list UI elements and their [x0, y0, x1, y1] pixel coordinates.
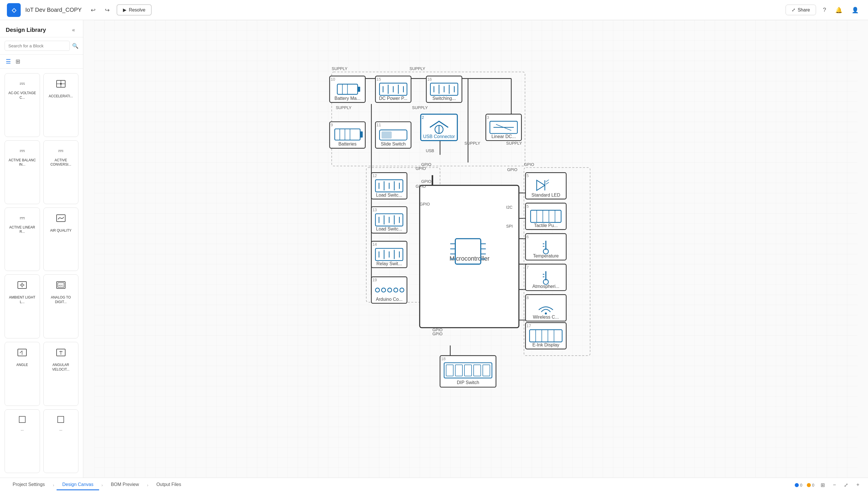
tab-project-settings[interactable]: Project Settings — [7, 479, 51, 490]
block-angle[interactable]: ANGLE — [5, 342, 40, 406]
comp-15[interactable]: 15 DC Power P... — [375, 76, 411, 102]
svg-point-3 — [60, 83, 62, 85]
svg-text:ADC: ADC — [58, 284, 63, 287]
svg-text:I2C: I2C — [506, 205, 512, 210]
svg-rect-85 — [360, 131, 363, 138]
comp-10[interactable]: 10 Battery Ma... — [330, 76, 365, 102]
block-label: ACCELERATI... — [49, 94, 73, 99]
svg-text:Wireless C...: Wireless C... — [533, 315, 559, 319]
comp-18-dip-switch[interactable]: 18 DIP Switch — [440, 355, 496, 387]
comp-6-temperature[interactable]: 6 Temperature — [525, 233, 566, 260]
comp-8-wireless[interactable]: 8 Wireless C... — [525, 295, 566, 321]
svg-text:SUPPLY: SUPPLY — [409, 66, 425, 71]
ac-dc-icon: ⎓ — [20, 78, 25, 89]
comp-2-usb[interactable]: 2 USB Connector — [421, 114, 458, 141]
undo-button[interactable]: ↩ — [89, 4, 98, 16]
block-angular-velocity[interactable]: ANGULAR VELOCIT... — [43, 342, 79, 406]
svg-rect-60 — [358, 87, 360, 92]
svg-text:7: 7 — [526, 265, 529, 270]
comp-16[interactable]: 16 Switching... — [426, 76, 462, 102]
svg-text:GPIO: GPIO — [507, 167, 517, 172]
comp-13[interactable]: 13 Load Switc... — [371, 207, 407, 233]
svg-point-10 — [21, 284, 23, 286]
comp-5b-tactile[interactable]: 5 Tactile Pu... — [525, 203, 566, 230]
adc-icon: ADC — [55, 279, 67, 293]
block-more1[interactable]: ☐ ... — [5, 409, 40, 473]
notifications-button[interactable]: 🔔 — [833, 4, 845, 16]
app-logo: ◇ — [7, 3, 21, 17]
block-air-quality[interactable]: AIR QUALITY — [43, 207, 79, 271]
comp-17-eink[interactable]: 17 E-Ink Display — [525, 323, 566, 349]
block-ambient-light[interactable]: AMBIENT LIGHT L... — [5, 274, 40, 339]
svg-text:13: 13 — [372, 207, 377, 212]
resolve-button[interactable]: ▶ Resolve — [117, 4, 152, 16]
zoom-out-button[interactable]: − — [831, 480, 838, 490]
svg-text:5: 5 — [526, 204, 529, 209]
bottombar: Project Settings › Design Canvas › BOM P… — [0, 478, 868, 492]
block-active-linear[interactable]: ⎓ ACTIVE LINEAR R... — [5, 207, 40, 271]
active-conv-icon: ⎓ — [58, 145, 64, 156]
comp-12[interactable]: 12 Load Switc... — [371, 173, 407, 199]
block-label: ACTIVE CONVERSI... — [47, 158, 75, 167]
tab-bom-preview[interactable]: BOM Preview — [105, 479, 145, 490]
grid-view-button[interactable]: ⊞ — [14, 57, 22, 66]
block-analog-digit[interactable]: ADC ANALOG TO DIGIT... — [43, 274, 79, 339]
search-icon[interactable]: 🔍 — [72, 43, 78, 49]
ambient-icon — [16, 279, 28, 293]
tab-output-files[interactable]: Output Files — [150, 479, 187, 490]
warning-dot — [807, 483, 811, 487]
block-active-conversion[interactable]: ⎓ ACTIVE CONVERSI... — [43, 140, 79, 204]
block-active-balancing[interactable]: ⎓ ACTIVE BALANC IN... — [5, 140, 40, 204]
comp-19[interactable]: 19 Arduino Co... — [371, 277, 407, 303]
svg-text:GPIO: GPIO — [421, 179, 431, 184]
accel-icon — [55, 78, 67, 92]
sidebar-title: Design Library — [6, 27, 46, 33]
angle-icon — [16, 347, 28, 361]
help-button[interactable]: ? — [821, 4, 828, 16]
comp-9[interactable]: 9 Batteries — [330, 122, 365, 148]
svg-text:12: 12 — [372, 173, 377, 178]
svg-text:5: 5 — [526, 173, 529, 178]
svg-text:3: 3 — [487, 115, 489, 120]
svg-text:14: 14 — [372, 242, 377, 247]
block-grid: ⎓ AC-DC VOLTAGE C... ACCELERATI... ⎓ ACT… — [0, 69, 83, 478]
play-icon: ▶ — [123, 7, 126, 13]
error-indicator: 0 — [795, 483, 802, 487]
svg-text:Switching...: Switching... — [432, 96, 456, 101]
svg-text:Tactile Pu...: Tactile Pu... — [534, 223, 558, 228]
comp-7-atmospheric[interactable]: 7 Atmospheri... — [525, 264, 566, 291]
sidebar-collapse-button[interactable]: « — [70, 26, 77, 34]
redo-button[interactable]: ↪ — [102, 4, 112, 16]
svg-text:8: 8 — [526, 295, 529, 300]
map-view-button[interactable]: ⊞ — [819, 480, 827, 490]
block-ac-dc-voltage[interactable]: ⎓ AC-DC VOLTAGE C... — [5, 73, 40, 137]
air-quality-icon — [55, 213, 67, 226]
zoom-in-button[interactable]: + — [854, 480, 861, 490]
block-more2[interactable]: ☐ ... — [43, 409, 79, 473]
comp-5-standard-led[interactable]: 5 Standard LED — [525, 173, 566, 199]
svg-point-171 — [545, 312, 547, 314]
canvas-area[interactable]: SUPPLY SUPPLY GPIO GPIO GPIO GPIO I2C SP… — [83, 20, 868, 478]
svg-text:GPIO: GPIO — [432, 327, 442, 332]
svg-line-16 — [20, 351, 22, 353]
search-input[interactable] — [5, 41, 70, 51]
user-menu-button[interactable]: 👤 — [849, 4, 861, 16]
tab-design-canvas[interactable]: Design Canvas — [56, 479, 99, 490]
svg-text:GPIO: GPIO — [524, 162, 534, 167]
svg-rect-93 — [381, 131, 392, 139]
more2-icon: ☐ — [56, 414, 65, 425]
sidebar: Design Library « 🔍 ☰ ⊞ ⎓ AC-DC VOLTAGE C… — [0, 20, 83, 478]
comp-14[interactable]: 14 Relay Swit... — [371, 241, 407, 268]
list-view-button[interactable]: ☰ — [5, 57, 12, 66]
comp-11[interactable]: 11 Slide Switch — [375, 122, 411, 148]
svg-text:GPIO: GPIO — [420, 202, 430, 206]
project-title: IoT Dev Board_COPY — [25, 7, 81, 13]
svg-text:Slide Switch: Slide Switch — [381, 142, 406, 146]
svg-text:19: 19 — [372, 277, 377, 282]
block-accelerometer[interactable]: ACCELERATI... — [43, 73, 79, 137]
comp-3[interactable]: 3 Linear DC... — [486, 114, 521, 141]
svg-text:E-Ink Display: E-Ink Display — [532, 342, 559, 347]
svg-text:16: 16 — [427, 77, 432, 81]
share-button[interactable]: ⤢ Share — [785, 5, 816, 15]
zoom-fit-button[interactable]: ⤢ — [842, 480, 850, 490]
